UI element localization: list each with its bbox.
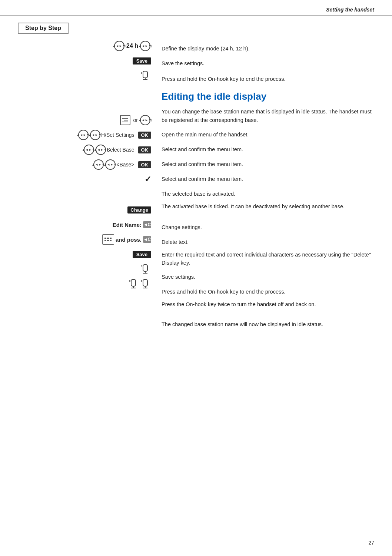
arrow-down: ▼: [113, 163, 117, 166]
text-onhook1: Press and hold the On-hook key to end th…: [162, 75, 286, 83]
nav-icon-hset-1: ▲ ◄ ► ▼: [78, 130, 89, 140]
svg-rect-0: [143, 71, 147, 78]
text-onhook2: Press and hold the On-hook key to end th…: [162, 288, 286, 296]
text-selectbase: Select and confirm the menu item.: [162, 160, 243, 169]
nav-icon-base-2: ▲ ◄ ► ▼: [105, 159, 116, 170]
left-column: Step by Step ▲ ◄ ► ▼ 24 h ▲ ◄ ► ▼: [18, 16, 155, 338]
right-row-onhook-double: Press the On-hook key twice to turn the …: [162, 300, 374, 319]
menu-line-1: [122, 118, 128, 119]
right-row-selectbase: Select and confirm the menu item.: [162, 158, 374, 172]
page-header: Setting the handset: [0, 0, 392, 16]
text-andposs: Enter the required text and correct indi…: [162, 251, 374, 267]
arrow-up: ▲: [103, 163, 107, 166]
arrow-down: ▼: [148, 44, 152, 48]
row-andposs: and poss. ◄C: [18, 232, 151, 246]
menu-icon: [120, 115, 130, 125]
arrow-down: ▼: [148, 118, 152, 122]
arrow-left: ◄: [92, 133, 95, 137]
screen-rect: [102, 134, 102, 136]
right-row-activated: The selected base is activated.: [162, 187, 374, 201]
row-save-1: Save: [18, 54, 151, 68]
ok-button-hset[interactable]: OK: [138, 132, 152, 139]
row-onhook-1: [18, 69, 151, 83]
arrow-right: ►: [89, 148, 92, 152]
save-button-2[interactable]: Save: [133, 251, 151, 258]
arrow-left: ◄: [85, 148, 89, 152]
arrow-left: ◄: [95, 163, 98, 166]
nav-icon-right-1: ▲ ◄ ► ▼: [140, 41, 150, 51]
arrow-left: ◄: [142, 44, 145, 48]
ok-button-base[interactable]: OK: [138, 161, 152, 168]
kb-key: [104, 238, 106, 239]
selectbase-label: Select Base: [107, 147, 134, 153]
right-row-save2: Save settings.: [162, 270, 374, 284]
arrow-right: ►: [95, 133, 98, 137]
kb-key: [110, 238, 112, 239]
onhook-icon-1: [139, 70, 151, 81]
screen-rect: [107, 149, 108, 151]
onhook-icon-3a: [127, 279, 139, 289]
arrow-up: ▲: [112, 44, 116, 48]
step-box-label: Step by Step: [25, 25, 61, 31]
arrow-down: ▼: [104, 148, 107, 152]
menu-line-3: [122, 122, 128, 122]
page-number: 27: [368, 540, 374, 546]
delete-icon-editname: ◄C: [143, 221, 151, 228]
right-row-24h: Define the display mode (24 h, 12 h).: [162, 42, 374, 56]
right-row-change: Change settings.: [162, 221, 374, 235]
right-row-hset: Select and confirm the menu item.: [162, 143, 374, 157]
right-row-onhook2: Press and hold the On-hook key to end th…: [162, 285, 374, 299]
row-mainmenu: or ▲ ◄ ► ▼: [18, 113, 151, 127]
row-checkmark: ✓: [18, 172, 151, 186]
arrow-right: ►: [119, 44, 122, 48]
kb-key: [110, 240, 112, 241]
arrow-right: ►: [98, 163, 102, 166]
nav-icon-menu: ▲ ◄ ► ▼: [140, 115, 150, 125]
nav-icon-base-1: ▲ ◄ ► ▼: [93, 159, 104, 170]
section-description: You can change the base station name tha…: [162, 107, 374, 124]
change-button[interactable]: Change: [127, 206, 151, 214]
time-label: 24 h: [126, 43, 138, 49]
screen-rect: [152, 45, 152, 47]
right-row-mainmenu: Open the main menu of the handset.: [162, 128, 374, 142]
arrow-up: ▲: [76, 133, 80, 137]
right-row-base: Select and confirm the menu item.: [162, 172, 374, 186]
arrow-up: ▲: [92, 163, 95, 166]
text-activated: The selected base is activated.: [162, 190, 235, 198]
arrow-right: ►: [100, 148, 104, 152]
row-base: ▲ ◄ ► ▼ ▲ ◄ ► ▼ <Base> OK: [18, 158, 151, 172]
arrow-left: ◄: [107, 163, 110, 166]
nav-icon-sb-1: ▲ ◄ ► ▼: [84, 145, 94, 155]
text-final: The changed base station name will now b…: [162, 321, 323, 329]
save-button-1[interactable]: Save: [133, 57, 151, 64]
text-activated-note: The activated base is ticked. It can be …: [162, 203, 345, 211]
svg-rect-5: [143, 265, 147, 271]
arrow-left: ◄: [116, 44, 119, 48]
header-title: Setting the handset: [326, 7, 374, 13]
row-selectbase: ▲ ◄ ► ▼ ▲ ◄ ► ▼ Select Base OK: [18, 143, 151, 157]
right-row-save1: Save the settings.: [162, 57, 374, 71]
arrow-up: ▲: [138, 118, 142, 122]
keyboard-grid: [104, 238, 112, 241]
ok-button-selectbase[interactable]: OK: [138, 146, 152, 153]
nav-icon-hset-2: ▲ ◄ ► ▼: [90, 130, 100, 140]
section-title: Editing the idle display: [162, 91, 374, 102]
arrow-right: ►: [83, 133, 86, 137]
andposs-label: and poss.: [116, 236, 142, 243]
row-change: Change: [18, 203, 151, 217]
arrow-up: ▲: [88, 133, 92, 137]
kb-key: [107, 240, 109, 241]
arrow-right: ►: [145, 44, 148, 48]
arrow-right: ►: [110, 163, 113, 166]
text-mainmenu: Open the main menu of the handset.: [162, 131, 249, 139]
right-row-andposs: Enter the required text and correct indi…: [162, 250, 374, 269]
keyboard-icon: [102, 234, 114, 245]
nav-icon-sb-2: ▲ ◄ ► ▼: [96, 145, 106, 155]
row-editname: Edit Name: ◄C: [18, 218, 151, 232]
row-onhook-double: [18, 277, 151, 291]
row-hset: ▲ ◄ ► ▼ ▲ ◄ ► ▼ H/Set Settings OK: [18, 128, 151, 142]
hset-label: H/Set Settings: [101, 132, 134, 138]
right-row-activated-note: The activated base is ticked. It can be …: [162, 202, 374, 220]
row-save-2: Save: [18, 247, 151, 261]
text-onhook-double: Press the On-hook key twice to turn the …: [162, 301, 316, 309]
